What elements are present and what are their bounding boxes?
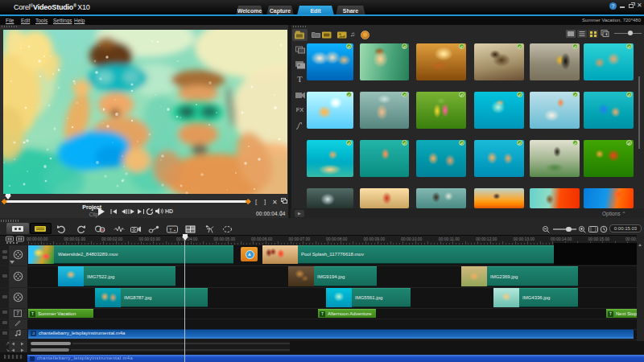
svg-text:T: T (169, 228, 172, 232)
